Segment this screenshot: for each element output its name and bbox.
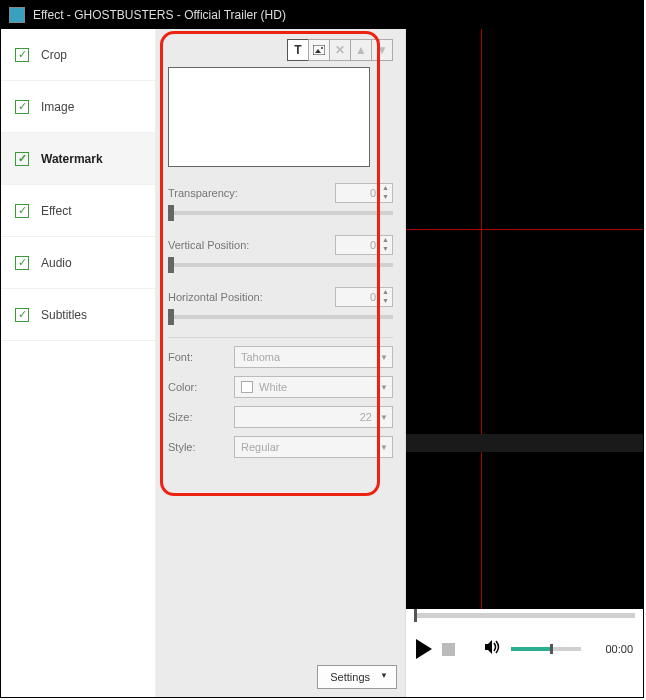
transparency-slider[interactable]: [168, 205, 393, 221]
chevron-up-icon[interactable]: ▲: [379, 236, 391, 245]
size-label: Size:: [168, 411, 228, 423]
hpos-slider[interactable]: [168, 309, 393, 325]
move-down-button[interactable]: ▼: [371, 39, 393, 61]
font-select[interactable]: Tahoma▼: [234, 346, 393, 368]
color-swatch: [241, 381, 253, 393]
chevron-down-icon: ▼: [380, 671, 388, 680]
move-up-button[interactable]: ▲: [350, 39, 372, 61]
app-icon: [9, 7, 25, 23]
sidebar-item-image[interactable]: ✓ Image: [1, 81, 155, 133]
check-icon[interactable]: ✓: [15, 152, 29, 166]
color-select[interactable]: White▼: [234, 376, 393, 398]
hpos-label: Horizontal Position:: [168, 291, 263, 303]
sidebar-item-label: Crop: [41, 48, 67, 62]
chevron-down-icon[interactable]: ▼: [379, 297, 391, 306]
font-label: Font:: [168, 351, 228, 363]
transparency-label: Transparency:: [168, 187, 238, 199]
check-icon[interactable]: ✓: [15, 204, 29, 218]
window-title: Effect - GHOSTBUSTERS - Official Trailer…: [33, 8, 286, 22]
sidebar-item-watermark[interactable]: ✓ Watermark: [1, 133, 155, 185]
letterbox-gap: [406, 434, 643, 452]
titlebar: Effect - GHOSTBUSTERS - Official Trailer…: [1, 1, 643, 29]
sidebar-item-subtitles[interactable]: ✓ Subtitles: [1, 289, 155, 341]
sidebar-item-label: Image: [41, 100, 74, 114]
svg-marker-1: [315, 49, 321, 53]
volume-slider[interactable]: [511, 647, 581, 651]
delete-button[interactable]: ✕: [329, 39, 351, 61]
vpos-spinner[interactable]: 0 ▲▼: [335, 235, 393, 255]
vpos-slider[interactable]: [168, 257, 393, 273]
watermark-panel: T ✕ ▲ ▼ Transparency: 0 ▲▼ Vertical Posi…: [156, 29, 406, 697]
chevron-up-icon[interactable]: ▲: [379, 288, 391, 297]
sidebar-item-label: Effect: [41, 204, 71, 218]
transparency-spinner[interactable]: 0 ▲▼: [335, 183, 393, 203]
svg-point-2: [321, 47, 323, 49]
hpos-spinner[interactable]: 0 ▲▼: [335, 287, 393, 307]
sidebar: ✓ Crop ✓ Image ✓ Watermark ✓ Effect ✓ Au…: [1, 29, 156, 697]
stop-button[interactable]: [442, 643, 455, 656]
style-select[interactable]: Regular▼: [234, 436, 393, 458]
check-icon[interactable]: ✓: [15, 256, 29, 270]
video-preview[interactable]: [406, 29, 643, 609]
chevron-down-icon: ▼: [380, 383, 388, 392]
settings-button[interactable]: Settings▼: [317, 665, 397, 689]
svg-rect-0: [313, 45, 325, 55]
vertical-guide: [481, 29, 482, 609]
play-button[interactable]: [416, 639, 432, 659]
check-icon[interactable]: ✓: [15, 48, 29, 62]
sidebar-item-label: Subtitles: [41, 308, 87, 322]
vpos-label: Vertical Position:: [168, 239, 249, 251]
sidebar-item-label: Watermark: [41, 152, 103, 166]
chevron-down-icon[interactable]: ▼: [379, 245, 391, 254]
chevron-down-icon: ▼: [380, 413, 388, 422]
sidebar-item-effect[interactable]: ✓ Effect: [1, 185, 155, 237]
separator: [168, 337, 393, 338]
player-controls: 00:00: [406, 609, 643, 697]
sidebar-item-audio[interactable]: ✓ Audio: [1, 237, 155, 289]
volume-icon[interactable]: [485, 640, 501, 658]
watermark-text-input[interactable]: [168, 67, 370, 167]
time-display: 00:00: [605, 643, 633, 655]
svg-marker-3: [485, 640, 492, 654]
watermark-toolbar: T ✕ ▲ ▼: [166, 39, 393, 61]
text-watermark-button[interactable]: T: [287, 39, 309, 61]
check-icon[interactable]: ✓: [15, 100, 29, 114]
color-label: Color:: [168, 381, 228, 393]
check-icon[interactable]: ✓: [15, 308, 29, 322]
chevron-up-icon[interactable]: ▲: [379, 184, 391, 193]
horizontal-guide: [406, 229, 643, 230]
preview-pane: 00:00: [406, 29, 643, 697]
sidebar-item-label: Audio: [41, 256, 72, 270]
style-label: Style:: [168, 441, 228, 453]
image-watermark-button[interactable]: [308, 39, 330, 61]
sidebar-item-crop[interactable]: ✓ Crop: [1, 29, 155, 81]
seek-bar[interactable]: [406, 609, 643, 629]
chevron-down-icon: ▼: [380, 353, 388, 362]
chevron-down-icon: ▼: [380, 443, 388, 452]
size-select[interactable]: 22▼: [234, 406, 393, 428]
chevron-down-icon[interactable]: ▼: [379, 193, 391, 202]
